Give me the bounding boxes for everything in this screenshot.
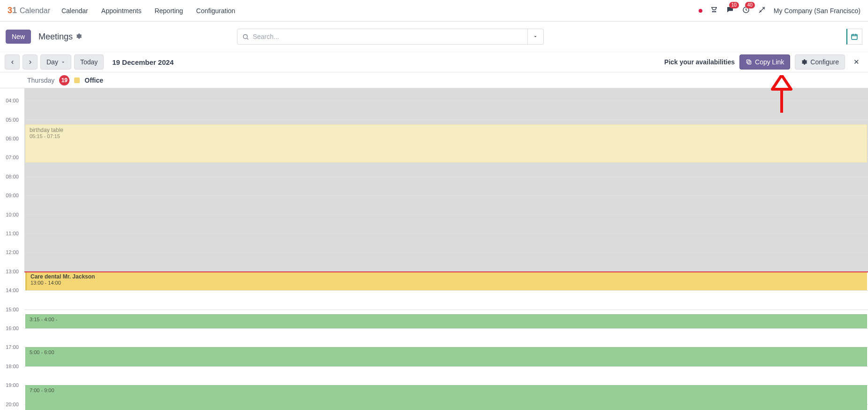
weekday-label: Thursday (27, 77, 54, 84)
hour-label: 15:00 (0, 307, 24, 312)
phone-icon[interactable] (710, 6, 718, 15)
menu-item-calendar[interactable]: Calendar (61, 7, 88, 15)
event-title: Care dental Mr. Jackson (30, 273, 863, 280)
hour-label: 13:00 (0, 269, 24, 274)
search-box[interactable] (237, 29, 528, 45)
day-header: Thursday 19 Office (0, 72, 868, 88)
svg-rect-5 (852, 34, 857, 39)
hour-label: 07:00 (0, 155, 24, 160)
hour-label: 12:00 (0, 249, 24, 255)
presence-dot[interactable] (699, 9, 702, 13)
menu-item-configuration[interactable]: Configuration (196, 7, 235, 15)
scale-label: Day (46, 58, 58, 66)
calendar-event[interactable]: Care dental Mr. Jackson13:00 - 14:00 (25, 271, 867, 290)
scale-button[interactable]: Day (40, 54, 71, 70)
menu-item-appointments[interactable]: Appointments (101, 7, 142, 15)
svg-point-2 (715, 11, 716, 12)
caret-down-icon (533, 34, 538, 39)
menu-item-reporting[interactable]: Reporting (154, 7, 183, 15)
activities-icon[interactable]: 40 (742, 6, 750, 15)
svg-rect-7 (746, 60, 750, 63)
legend-color-icon (74, 77, 80, 83)
view-title: Meetings (38, 32, 73, 42)
svg-rect-6 (748, 61, 751, 64)
hour-label: 19:00 (0, 382, 24, 388)
daynum-badge[interactable]: 19 (59, 75, 69, 85)
configure-button[interactable]: Configure (795, 54, 845, 70)
hour-label: 11:00 (0, 231, 24, 236)
now-indicator (24, 271, 868, 272)
calendar-grid[interactable]: 04:0005:0006:0007:0008:0009:0010:0011:00… (0, 88, 868, 410)
messages-count: 10 (729, 2, 739, 8)
search-input[interactable] (253, 33, 523, 40)
event-time: 7:00 - 9:00 (30, 387, 863, 393)
copy-icon (746, 59, 752, 65)
event-time: 05:15 - 07:15 (30, 133, 863, 139)
svg-point-1 (714, 11, 715, 12)
calendar-event[interactable]: 7:00 - 9:00 (25, 385, 867, 410)
hour-label: 18:00 (0, 364, 24, 369)
hour-label: 10:00 (0, 212, 24, 217)
hour-label: 14:00 (0, 287, 24, 293)
activities-count: 40 (745, 2, 755, 8)
prev-button[interactable] (5, 54, 20, 70)
search-options-toggle[interactable] (528, 29, 544, 45)
legend-label: Office (84, 77, 103, 84)
hour-label: 17:00 (0, 344, 24, 350)
search-icon (242, 33, 249, 40)
copy-link-button[interactable]: Copy Link (739, 54, 790, 70)
hour-label: 04:00 (0, 98, 24, 103)
availability-label: Pick your availabilities (664, 58, 735, 66)
brand-name: Calendar (20, 7, 50, 15)
svg-point-4 (243, 34, 247, 39)
close-button[interactable]: ✕ (852, 58, 861, 66)
company-name[interactable]: My Company (San Francisco) (774, 7, 860, 15)
event-title: birthday table (30, 127, 863, 133)
hour-label: 20:00 (0, 402, 24, 407)
caret-down-icon (61, 60, 65, 64)
calendar-event[interactable]: 5:00 - 6:00 (25, 347, 867, 366)
top-bar: 31 Calendar Calendar Appointments Report… (0, 0, 868, 22)
event-time: 3:15 - 4:00 - (30, 317, 863, 322)
next-button[interactable] (23, 54, 38, 70)
hour-label: 08:00 (0, 174, 24, 179)
calendar-event[interactable]: 3:15 - 4:00 - (25, 314, 867, 328)
today-button[interactable]: Today (74, 54, 104, 70)
hour-label: 16:00 (0, 325, 24, 331)
calendar-event[interactable]: birthday table05:15 - 07:15 (25, 124, 867, 162)
event-time: 5:00 - 6:00 (30, 349, 863, 355)
arrow-left-icon (9, 59, 15, 65)
arrow-right-icon (27, 59, 33, 65)
hour-label: 09:00 (0, 193, 24, 198)
calendar-icon (851, 33, 858, 40)
gear-icon[interactable] (76, 33, 82, 41)
svg-point-0 (712, 11, 713, 12)
app-icon: 31 (8, 6, 17, 15)
systray: 10 40 My Company (San Francisco) (699, 6, 860, 15)
hour-label: 05:00 (0, 117, 24, 123)
gear-icon (801, 59, 807, 65)
new-button[interactable]: New (6, 30, 31, 44)
brand[interactable]: 31 Calendar (8, 6, 50, 15)
main-menu: Calendar Appointments Reporting Configur… (61, 7, 235, 15)
breadcrumb: Meetings (38, 32, 82, 42)
event-time: 13:00 - 14:00 (30, 280, 863, 286)
date-label: 19 December 2024 (112, 58, 174, 66)
control-bar: New Meetings (0, 22, 868, 52)
messages-icon[interactable]: 10 (726, 6, 734, 15)
calendar-toolbar: Day Today 19 December 2024 Pick your ava… (0, 52, 868, 72)
calendar-view-button[interactable] (846, 29, 862, 45)
tools-icon[interactable] (758, 6, 766, 15)
hour-label: 06:00 (0, 136, 24, 141)
